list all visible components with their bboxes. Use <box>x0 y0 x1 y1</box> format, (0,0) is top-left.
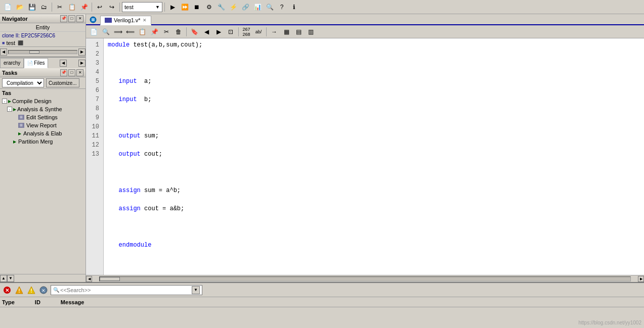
start-button[interactable]: ⏩ <box>179 2 190 13</box>
nav-scroll-left[interactable]: ◀ <box>0 49 7 56</box>
tasks-toolbar: Compilation Customize... <box>0 77 85 89</box>
cut-button[interactable]: ✂ <box>54 2 65 13</box>
tasks-scroll-down[interactable]: ▼ <box>7 275 14 282</box>
editor-area: Verilog1.v* ✕ 📄 🔍 ⟹ ⟸ 📋 📌 ✂ 🗑 🔖 ◀ ▶ ⊡ 26… <box>86 14 644 282</box>
code-line-9: assign sum = a^b; <box>108 186 640 195</box>
entity-project-item[interactable]: ■ test ⬛ <box>0 39 85 46</box>
analysis-expand[interactable]: - <box>7 107 12 112</box>
partition-merg-label: Partition Merg <box>18 138 53 145</box>
editor-tab-close[interactable]: ✕ <box>143 18 147 23</box>
line-num-5: 5 <box>86 77 101 86</box>
task-item-view-report[interactable]: ⊞ View Report <box>0 121 85 129</box>
nav-scroll-thumb[interactable] <box>29 51 39 54</box>
message-search-dropdown[interactable]: ▼ <box>192 286 200 294</box>
tasks-scroll-up[interactable]: ▲ <box>0 275 7 282</box>
tasks-panel-controls: 📌 □ ✕ <box>60 69 83 76</box>
col-message: Message <box>61 299 84 305</box>
tab-hierarchy[interactable]: erarchy <box>0 58 24 68</box>
task-item-analysis-synth[interactable]: - ▶ Analysis & Synthe <box>0 105 85 113</box>
message-columns: Type ID Message <box>0 297 644 307</box>
editor-block1-btn[interactable]: ▦ <box>281 26 292 37</box>
view-report-label: View Report <box>26 122 57 128</box>
tasks-dropdown[interactable]: Compilation <box>2 78 44 87</box>
hscroll-thumb[interactable] <box>100 277 120 281</box>
msg-suppress-btn[interactable]: ✕ <box>38 285 49 295</box>
tool5-button[interactable]: 📊 <box>252 2 263 13</box>
editor-outdent-btn[interactable]: ⟸ <box>124 26 136 37</box>
line-num-12: 12 <box>86 140 101 150</box>
tasks-float-btn[interactable]: □ <box>68 69 75 76</box>
save-button[interactable]: 💾 <box>26 2 37 13</box>
search-icon: 🔍 <box>53 287 59 293</box>
code-line-5 <box>108 113 640 122</box>
stop-button[interactable]: ⏹ <box>191 2 202 13</box>
compile-expand[interactable]: - <box>2 99 7 104</box>
tool4-button[interactable]: 🔗 <box>240 2 251 13</box>
editor-indent-btn[interactable]: ⟹ <box>112 26 123 37</box>
sep1 <box>52 3 52 12</box>
info-button[interactable]: ℹ <box>288 2 299 13</box>
editor-linecount-btn[interactable]: 267268 <box>241 26 252 37</box>
navigator-close-btn[interactable]: ✕ <box>76 15 83 22</box>
editor-new-btn[interactable]: 📄 <box>88 26 99 37</box>
save-all-button[interactable]: 🗂 <box>38 2 50 13</box>
tool6-button[interactable]: 🔍 <box>264 2 275 13</box>
nav-scroll-right[interactable]: ▶ <box>78 49 85 56</box>
task-item-compile-design[interactable]: - ▶ Compile Design <box>0 97 85 105</box>
task-item-analysis-elab[interactable]: ▶ Analysis & Elab <box>0 129 85 137</box>
msg-warning-btn[interactable]: ! <box>14 285 24 295</box>
help-button[interactable]: ? <box>276 2 287 13</box>
editor-tab-label: Verilog1.v* <box>114 17 141 23</box>
editor-find-btn[interactable]: 🔍 <box>100 26 111 37</box>
hscroll-track[interactable] <box>99 276 631 282</box>
new-button[interactable]: 📄 <box>2 2 13 13</box>
tool1-button[interactable]: ⚙ <box>203 2 214 13</box>
analysis-synth-label: Analysis & Synthe <box>17 106 62 112</box>
hscroll-left[interactable]: ◀ <box>86 276 92 282</box>
tasks-section-label: Tas <box>0 89 85 97</box>
tab-left-arrow[interactable]: ◀ <box>60 60 67 67</box>
navigator-float-btn[interactable]: □ <box>68 15 75 22</box>
msg-info-btn[interactable]: ! <box>26 285 36 295</box>
tasks-pin-btn[interactable]: 📌 <box>60 69 67 76</box>
redo-button[interactable]: ↪ <box>106 2 117 13</box>
editor-prev-btn[interactable]: ◀ <box>201 26 212 37</box>
project-dropdown[interactable]: test ▼ <box>122 2 162 12</box>
editor-next-btn[interactable]: ▶ <box>213 26 224 37</box>
sep3 <box>119 3 120 12</box>
hscroll-right[interactable]: ▶ <box>638 276 644 282</box>
editor-block3-btn[interactable]: ▥ <box>305 26 316 37</box>
tool3-button[interactable]: ⚡ <box>228 2 239 13</box>
editor-bookmark-btn[interactable]: 🔖 <box>189 26 200 37</box>
editor-toggle-btn[interactable]: ⊡ <box>225 26 236 37</box>
tool2-button[interactable]: 🔧 <box>216 2 227 13</box>
navigator-pin-btn[interactable]: 📌 <box>60 15 67 22</box>
copy-button[interactable]: 📋 <box>66 2 77 13</box>
tab-files[interactable]: 📄 Files <box>24 58 48 68</box>
editor-arrow-btn[interactable]: → <box>269 26 280 37</box>
editor-paste-btn[interactable]: 📌 <box>149 26 160 37</box>
tab-right-arrow[interactable]: ▶ <box>78 60 85 67</box>
tasks-close-btn[interactable]: ✕ <box>76 69 83 76</box>
message-search[interactable]: 🔍 ▼ <box>51 285 202 295</box>
editor-block2-btn[interactable]: ▤ <box>293 26 304 37</box>
compile-button[interactable]: ▶ <box>167 2 178 13</box>
paste-button[interactable]: 📌 <box>78 2 90 13</box>
message-search-input[interactable] <box>60 287 192 293</box>
editor-delete-btn[interactable]: 🗑 <box>173 26 184 37</box>
task-item-partition-merg[interactable]: ▶ Partition Merg <box>0 137 85 146</box>
editor-wrap-btn[interactable]: ab/ <box>253 26 264 37</box>
editor-cut-btn[interactable]: ✂ <box>161 26 172 37</box>
nav-scroll-track[interactable] <box>8 50 77 54</box>
entity-project-name: test <box>6 40 15 46</box>
task-item-edit-settings[interactable]: ⊞ Edit Settings <box>0 113 85 121</box>
left-tab-bar: erarchy 📄 Files ◀ ▶ <box>0 57 85 68</box>
message-toolbar: ✕ ! ! ✕ 🔍 ▼ <box>0 283 644 297</box>
editor-copy-btn[interactable]: 📋 <box>137 26 148 37</box>
customize-button[interactable]: Customize... <box>46 78 79 87</box>
open-button[interactable]: 📂 <box>14 2 25 13</box>
msg-error-btn[interactable]: ✕ <box>2 285 12 295</box>
code-content[interactable]: module test(a,b,sum,cout); input a; inpu… <box>104 38 644 275</box>
editor-tab-verilog1[interactable]: Verilog1.v* ✕ <box>100 16 151 25</box>
undo-button[interactable]: ↩ <box>94 2 105 13</box>
